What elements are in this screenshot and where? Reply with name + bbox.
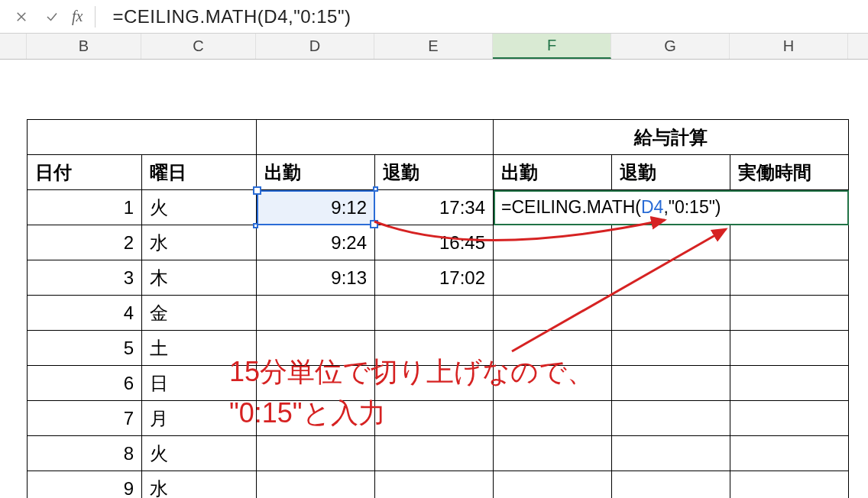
table-row: 3 木 9:13 17:02	[28, 260, 849, 296]
cell-in[interactable]: 9:24	[257, 225, 375, 260]
cell[interactable]	[612, 436, 730, 471]
cell-date[interactable]: 1	[28, 190, 142, 225]
cell-weekday[interactable]: 水	[142, 225, 257, 260]
enter-button[interactable]	[37, 2, 67, 32]
cell-weekday[interactable]: 水	[142, 471, 257, 499]
divider	[95, 6, 96, 27]
cell-out[interactable]	[375, 296, 494, 331]
cell-weekday[interactable]: 火	[142, 436, 257, 471]
col-E[interactable]: E	[374, 34, 493, 59]
row-header-corner[interactable]	[0, 34, 27, 59]
cell[interactable]	[730, 331, 849, 366]
header-group: 給与計算	[494, 120, 849, 155]
timesheet-table: 給与計算 日付 曜日 出勤 退勤 出勤 退勤 実働時間 1 火 9:12 17:…	[27, 119, 849, 498]
cell-weekday[interactable]: 木	[142, 260, 257, 296]
cell-editing-formula[interactable]: =CEILING.MATH(D4,"0:15")	[494, 190, 849, 225]
header-weekday: 曜日	[142, 155, 257, 190]
cell[interactable]	[612, 260, 730, 296]
cell[interactable]	[612, 296, 730, 331]
cell[interactable]	[730, 225, 849, 260]
col-B[interactable]: B	[27, 34, 141, 59]
header-date2: 日付	[28, 155, 142, 190]
cell-date[interactable]: 4	[28, 296, 142, 331]
header-calc-in: 出勤	[494, 155, 612, 190]
cell-out[interactable]: 17:34	[375, 190, 494, 225]
table-row: 8 火	[28, 436, 849, 471]
table-row: 1 火 9:12 17:34 =CEILING.MATH(D4,"0:15")	[28, 190, 849, 225]
cell[interactable]	[730, 366, 849, 401]
cell-date[interactable]: 9	[28, 471, 142, 499]
table-row: 4 金	[28, 296, 849, 331]
col-G[interactable]: G	[611, 34, 730, 59]
cell-date[interactable]: 2	[28, 225, 142, 260]
cell[interactable]	[494, 471, 612, 499]
cell-in[interactable]	[257, 436, 375, 471]
cell-date[interactable]: 3	[28, 260, 142, 296]
cell-weekday[interactable]: 火	[142, 190, 257, 225]
cell-in-selected[interactable]: 9:12	[257, 190, 375, 225]
cell[interactable]	[730, 471, 849, 499]
cell[interactable]	[612, 471, 730, 499]
cell-out[interactable]: 17:02	[375, 260, 494, 296]
header-calc-out: 退勤	[612, 155, 730, 190]
cell[interactable]	[494, 225, 612, 260]
cell[interactable]	[494, 436, 612, 471]
cell[interactable]	[494, 260, 612, 296]
col-D[interactable]: D	[256, 34, 374, 59]
cell[interactable]	[612, 401, 730, 436]
cell[interactable]	[730, 260, 849, 296]
cell-date[interactable]: 7	[28, 401, 142, 436]
cell-out[interactable]	[375, 436, 494, 471]
cancel-button[interactable]	[6, 2, 37, 32]
cell-date[interactable]: 8	[28, 436, 142, 471]
fx-icon[interactable]: fx	[72, 8, 83, 25]
col-H[interactable]: H	[730, 34, 848, 59]
cell-weekday[interactable]: 金	[142, 296, 257, 331]
col-F[interactable]: F	[493, 34, 611, 59]
table-row: 9 水	[28, 471, 849, 499]
header-clockout: 退勤	[375, 155, 494, 190]
header-clockin: 出勤	[257, 155, 375, 190]
cell-out[interactable]: 16:45	[375, 225, 494, 260]
cell-in[interactable]: 9:13	[257, 260, 375, 296]
annotation-text: 15分単位で切り上げなので、 "0:15"と入力	[229, 351, 594, 434]
cell[interactable]	[730, 436, 849, 471]
cell[interactable]	[494, 296, 612, 331]
cell[interactable]	[730, 296, 849, 331]
cell-in[interactable]	[257, 296, 375, 331]
cell[interactable]	[612, 331, 730, 366]
cell-date[interactable]: 5	[28, 331, 142, 366]
cell[interactable]	[612, 225, 730, 260]
cell-out[interactable]	[375, 471, 494, 499]
col-C[interactable]: C	[141, 34, 256, 59]
column-headers: B C D E F G H	[0, 34, 868, 60]
cell-in[interactable]	[257, 471, 375, 499]
formula-bar: fx =CEILING.MATH(D4,"0:15")	[0, 0, 868, 34]
cell[interactable]	[730, 401, 849, 436]
formula-input[interactable]: =CEILING.MATH(D4,"0:15")	[100, 6, 862, 27]
cell-date[interactable]: 6	[28, 366, 142, 401]
cell[interactable]	[612, 366, 730, 401]
table-row: 2 水 9:24 16:45	[28, 225, 849, 260]
header-hours: 実働時間	[730, 155, 849, 190]
